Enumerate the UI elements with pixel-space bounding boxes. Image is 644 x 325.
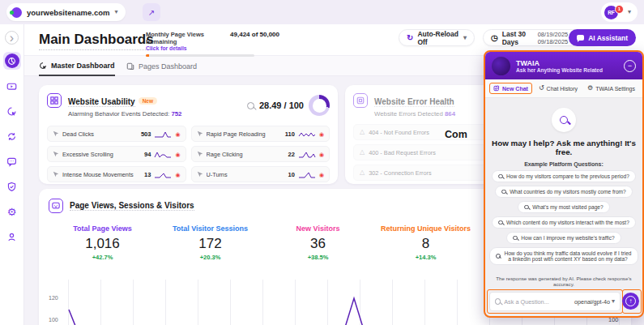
video-icon — [6, 81, 17, 92]
question-chip[interactable]: Which content do my visitors interact wi… — [492, 216, 636, 229]
partially-hidden-text: Com — [445, 129, 467, 140]
sidebar-item-seo-check[interactable] — [3, 177, 21, 195]
avatar-initials: RF — [608, 10, 615, 15]
model-name: openai/gpt-4o — [574, 298, 610, 306]
sidebar-item-conversions[interactable] — [3, 127, 21, 145]
question-text: What's my most visited page? — [532, 204, 603, 210]
question-chip[interactable]: What's my most visited page? — [518, 201, 609, 213]
cursor-icon — [53, 130, 59, 137]
search-icon — [498, 174, 503, 179]
usability-row-rapid-reloading[interactable]: Rapid Page Reloading 110 ◉ — [191, 126, 331, 142]
new-chat-icon — [493, 85, 500, 92]
record-icon[interactable]: ◉ — [175, 131, 180, 137]
assistant-heading: How may I help? Ask me anything! It's fr… — [485, 139, 642, 156]
new-badge: New — [139, 97, 157, 105]
open-site-button[interactable]: ↗ — [143, 3, 160, 21]
record-icon[interactable]: ◉ — [175, 152, 180, 157]
subtitle-text: Website Errors Detected — [374, 110, 443, 118]
sidebar-item-recordings[interactable] — [3, 77, 21, 95]
row-value: 110 — [285, 130, 295, 138]
model-select[interactable]: openai/gpt-4o ▾ — [574, 298, 615, 306]
sidebar-item-feedback[interactable] — [3, 152, 21, 170]
usability-row-u-turns[interactable]: U-Turns 10 ◉ — [191, 166, 331, 182]
record-icon[interactable]: ◉ — [175, 172, 180, 177]
search-icon — [496, 254, 501, 259]
sidebar-item-settings[interactable]: ⚙ — [3, 203, 21, 220]
question-chip[interactable]: How do you think my traffic data would e… — [489, 247, 638, 265]
sparkline — [298, 130, 316, 139]
question-input[interactable] — [504, 298, 571, 306]
question-text: How can I improve my website's traffic? — [521, 235, 614, 241]
record-icon[interactable]: ◉ — [319, 131, 324, 137]
cursor-icon — [53, 151, 59, 157]
conversion-funnel-icon — [6, 131, 17, 142]
usability-row-rage-clicking[interactable]: Rage Clicking 22 ◉ — [191, 146, 331, 162]
sidebar-item-click-tracking[interactable] — [3, 102, 21, 120]
panel-tabs: New Chat ↺ Chat History ⚙ TWAIA Settings — [485, 79, 642, 98]
zoom-icon[interactable] — [247, 102, 254, 109]
site-name: yourwebsitename.com — [27, 8, 109, 17]
question-chip[interactable]: What countries do my visitors mostly com… — [495, 186, 633, 198]
person-icon — [6, 232, 17, 242]
row-value: 13 — [144, 171, 151, 178]
row-label: U-Turns — [207, 171, 285, 178]
question-text: How do my visitors compare to the previo… — [506, 173, 629, 179]
tab-master-dashboard[interactable]: Master Dashboard — [39, 56, 115, 76]
send-button[interactable]: ↑ — [622, 293, 639, 310]
usability-score: 28.49 / 100 — [259, 100, 304, 110]
website-usability-card: Website UsabilityNew Alarming Behavior E… — [39, 85, 338, 184]
auto-reload-select[interactable]: ↻ Auto-Reload Off ▾ — [399, 29, 475, 46]
clock-icon: ◷ — [491, 34, 498, 42]
chevron-down-icon: ▾ — [463, 35, 467, 41]
usability-row-excessive-scrolling[interactable]: Excessive Scrolling 94 ◉ — [47, 146, 186, 162]
history-icon: ↺ — [539, 85, 544, 92]
minimize-button[interactable]: − — [624, 60, 636, 72]
tab-chat-history[interactable]: ↺ Chat History — [535, 83, 581, 93]
tab-pages-dashboard[interactable]: Pages Dashboard — [126, 56, 197, 76]
quota-details-link[interactable]: Click for details — [146, 45, 279, 51]
notification-badge: 1 — [615, 5, 624, 14]
cursor-click-icon — [6, 106, 17, 117]
tab-label: TWAIA Settings — [595, 86, 635, 92]
y-axis-tick: 120 — [49, 295, 58, 301]
row-label: Rage Clicking — [207, 151, 285, 158]
assistant-tagline: Ask her Anything Website Related — [516, 67, 603, 73]
sidebar-item-profile[interactable] — [3, 228, 21, 246]
search-icon — [560, 116, 569, 125]
auto-reload-label: Auto-Reload Off — [417, 30, 459, 46]
question-text: Which content do my visitors interact wi… — [506, 220, 629, 225]
panel-body: How may I help? Ask me anything! It's fr… — [485, 98, 642, 265]
metric-label: Total Visitor Sessions — [156, 225, 264, 233]
usability-row-intense-mouse[interactable]: Intense Mouse Movements 13 ◉ — [47, 166, 186, 182]
dashboard-pie-icon — [5, 53, 19, 68]
tab-label: Master Dashboard — [51, 62, 115, 70]
events-count: 752 — [171, 110, 181, 118]
question-chip[interactable]: How can I improve my website's traffic? — [506, 232, 621, 244]
tab-twaia-settings[interactable]: ⚙ TWAIA Settings — [584, 83, 638, 93]
question-chip[interactable]: How do my visitors compare to the previo… — [492, 170, 636, 182]
metric-label: Returning Unique Visitors — [372, 225, 480, 233]
error-widget-icon — [353, 93, 368, 108]
cursor-tab-icon — [39, 62, 47, 70]
chart-line-spike — [344, 298, 364, 325]
usability-row-dead-clicks[interactable]: Dead Clicks 503 ◉ — [47, 126, 186, 142]
sidebar-item-dashboard[interactable] — [3, 52, 21, 70]
record-icon[interactable]: ◉ — [319, 172, 324, 177]
metric-value: 8 — [372, 236, 480, 252]
question-input-box: openai/gpt-4o ▾ — [489, 292, 621, 311]
tab-new-chat[interactable]: New Chat — [489, 83, 532, 94]
quota-widget[interactable]: Monthly Page Views Remaining 49,424 of 5… — [146, 31, 279, 57]
range-label: Last 30 Days — [502, 30, 534, 46]
tab-label: Chat History — [547, 86, 578, 92]
search-icon — [524, 205, 529, 210]
metric-returning-unique-visitors: Returning Unique Visitors 8 +14.3% — [372, 225, 480, 261]
ai-assistant-button[interactable]: AI Assistant — [569, 29, 636, 46]
record-icon[interactable]: ◉ — [319, 152, 324, 157]
error-title: Website Error Health — [374, 97, 454, 107]
metric-total-visitor-sessions: Total Visitor Sessions 172 +20.3% — [156, 225, 264, 261]
sidebar-collapse-button[interactable]: › — [5, 31, 19, 45]
question-text: How do you think my traffic data would e… — [504, 250, 632, 262]
error-type-icon: △ — [360, 149, 365, 156]
site-selector[interactable]: yourwebsitename.com ▾ — [6, 3, 126, 21]
user-menu[interactable]: RF 1 ▾ — [601, 2, 638, 22]
